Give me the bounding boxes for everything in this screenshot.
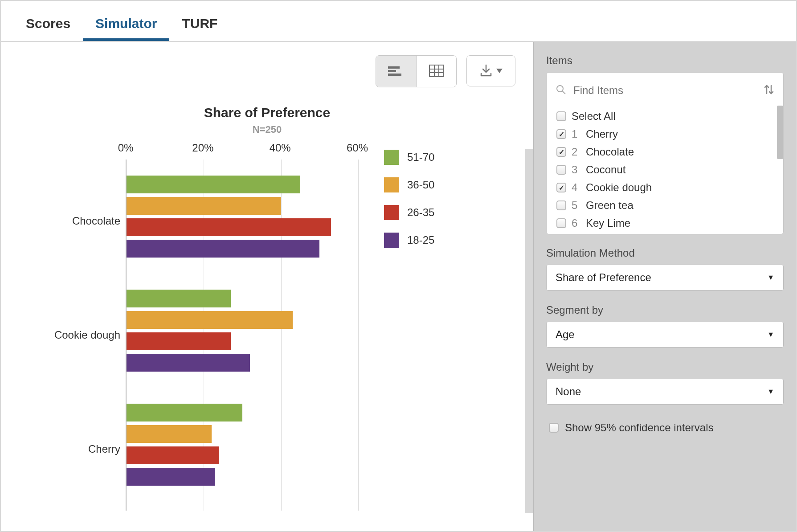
item-number: 3 (572, 164, 580, 176)
item-row[interactable]: 2Chocolate (555, 143, 783, 161)
items-section-label: Items (546, 54, 784, 67)
bar (127, 240, 319, 258)
weight-by-select[interactable]: None ▼ (546, 379, 784, 405)
legend-item[interactable]: 51-70 (384, 150, 434, 165)
download-button[interactable] (466, 55, 515, 86)
sort-icon[interactable] (764, 84, 774, 97)
item-label: Green tea (586, 199, 634, 212)
item-row[interactable]: 3Coconut (555, 161, 783, 179)
view-chart-button[interactable] (376, 56, 416, 87)
legend-swatch (384, 205, 399, 220)
item-number: 2 (572, 146, 580, 158)
legend-label: 18-25 (407, 234, 434, 246)
caret-down-icon: ▼ (767, 388, 774, 396)
svg-point-10 (557, 86, 563, 92)
svg-rect-2 (388, 74, 401, 76)
table-icon (429, 65, 444, 78)
sim-method-label: Simulation Method (546, 247, 784, 259)
ci-label: Show 95% confidence intervals (565, 422, 714, 434)
caret-down-icon: ▼ (767, 274, 774, 282)
caret-down-icon: ▼ (767, 331, 774, 339)
item-checkbox[interactable] (556, 183, 566, 192)
bar-group (127, 160, 357, 274)
chart-body: 0%20%40%60% ChocolateCookie doughCherry … (19, 142, 515, 522)
bar (127, 332, 231, 350)
item-row[interactable]: 5Green tea (555, 196, 783, 214)
category-label: Chocolate (19, 164, 126, 278)
item-label: Cookie dough (586, 181, 652, 194)
bar (127, 218, 331, 236)
legend-swatch (384, 150, 399, 165)
legend-swatch (384, 177, 399, 192)
item-checkbox[interactable] (556, 201, 566, 210)
chart-plot-wrap: 0%20%40%60% ChocolateCookie doughCherry (19, 142, 357, 522)
x-tick: 0% (118, 142, 134, 154)
chart-toolbar (19, 55, 515, 87)
bar (127, 176, 300, 193)
item-number: 5 (572, 199, 580, 212)
items-scrollbar[interactable] (777, 106, 783, 159)
view-table-button[interactable] (416, 56, 456, 87)
bar (127, 311, 293, 329)
bar (127, 404, 242, 422)
item-number: 4 (572, 181, 580, 194)
category-label: Cherry (19, 392, 126, 506)
app-root: Scores Simulator TURF (0, 0, 797, 532)
chart-titles: Share of Preference N=250 (19, 105, 515, 135)
plot-area (126, 160, 357, 511)
weight-by-label: Weight by (546, 361, 784, 373)
x-tick: 60% (347, 142, 368, 154)
chart-pane: Share of Preference N=250 0%20%40%60% Ch… (1, 42, 533, 531)
ci-checkbox[interactable] (549, 423, 559, 433)
legend-item[interactable]: 18-25 (384, 233, 434, 248)
bar (127, 290, 231, 307)
legend-label: 36-50 (407, 179, 434, 191)
item-checkbox[interactable] (556, 111, 566, 121)
chart-scrollbar[interactable] (525, 149, 533, 513)
caret-down-icon (496, 68, 503, 74)
bar (127, 425, 212, 443)
items-list: Select All1Cherry2Chocolate3Coconut4Cook… (547, 106, 783, 234)
find-items-input[interactable] (572, 82, 764, 99)
segment-by-value: Age (556, 328, 575, 341)
items-card: Select All1Cherry2Chocolate3Coconut4Cook… (546, 72, 784, 234)
x-tick: 20% (192, 142, 213, 154)
search-icon (556, 84, 566, 97)
tab-simulator[interactable]: Simulator (83, 8, 169, 41)
view-toggle-group (376, 55, 457, 87)
tab-scores[interactable]: Scores (13, 8, 83, 41)
item-label: Cherry (586, 128, 618, 140)
bar (127, 197, 281, 215)
legend-item[interactable]: 36-50 (384, 177, 434, 192)
item-checkbox[interactable] (556, 129, 566, 139)
item-row[interactable]: 6Key Lime (555, 214, 783, 232)
legend-label: 26-35 (407, 206, 434, 219)
item-label: Chocolate (586, 146, 634, 158)
legend-swatch (384, 233, 399, 248)
plot-area-row: ChocolateCookie doughCherry (19, 160, 357, 511)
item-row[interactable]: 1Cherry (555, 125, 783, 143)
bar (127, 354, 250, 372)
item-checkbox[interactable] (556, 218, 566, 228)
x-tick: 40% (270, 142, 291, 154)
x-axis: 0%20%40%60% (19, 142, 357, 160)
bar-group (127, 388, 357, 502)
item-checkbox[interactable] (556, 147, 566, 157)
tab-turf[interactable]: TURF (169, 8, 230, 41)
legend-item[interactable]: 26-35 (384, 205, 434, 220)
item-row[interactable]: 4Cookie dough (555, 179, 783, 196)
legend-label: 51-70 (407, 151, 434, 164)
download-icon (479, 64, 493, 78)
item-number: 1 (572, 128, 580, 140)
item-row[interactable]: Select All (555, 107, 783, 125)
svg-rect-0 (388, 66, 400, 69)
ci-row: Show 95% confidence intervals (546, 418, 784, 438)
legend: 51-7036-5026-3518-25 (384, 150, 434, 522)
bar (127, 446, 219, 464)
segment-by-label: Segment by (546, 304, 784, 316)
item-checkbox[interactable] (556, 165, 566, 175)
segment-by-select[interactable]: Age ▼ (546, 322, 784, 348)
sim-method-select[interactable]: Share of Preference ▼ (546, 265, 784, 291)
category-label: Cookie dough (19, 278, 126, 392)
weight-by-value: None (556, 385, 581, 398)
